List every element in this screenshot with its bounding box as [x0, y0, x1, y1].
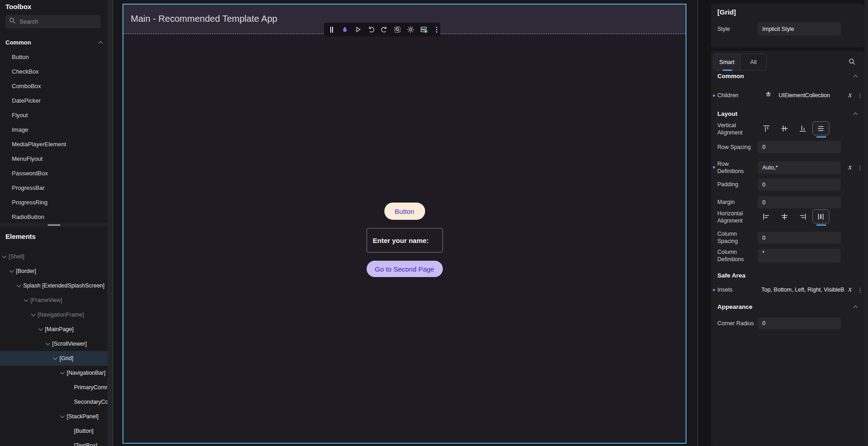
elements-tree: [Shell] [Border] Splash [ExtendedSplashS… — [0, 249, 108, 446]
theme-sun-icon[interactable] — [406, 25, 415, 34]
halign-left-button[interactable] — [758, 209, 775, 223]
toolbox-item-checkbox[interactable]: CheckBox — [0, 64, 108, 79]
vertical-alignment-label: Vertical Alignment — [717, 122, 756, 137]
panel-scrollbar[interactable] — [864, 0, 868, 446]
undo-icon[interactable] — [367, 25, 375, 34]
toolbox-search[interactable] — [5, 15, 101, 28]
toolbox-item-image[interactable]: Image — [0, 123, 108, 137]
canvas-textbox[interactable]: Enter your name: — [367, 228, 443, 253]
chevron-up-icon[interactable] — [853, 306, 858, 310]
halign-center-button[interactable] — [776, 209, 793, 223]
hot-design-flame-icon[interactable] — [340, 25, 349, 34]
corner-radius-input[interactable]: 0 — [758, 317, 841, 329]
chevron-down-icon[interactable] — [24, 297, 29, 302]
valign-stretch-button[interactable] — [812, 121, 829, 135]
row-definitions-label: Row Definitions — [717, 160, 756, 175]
tree-item-secondarycommands[interactable]: SecondaryCo — [0, 395, 108, 409]
property-tabs: Smart All — [713, 54, 767, 70]
tree-item-textbox[interactable]: [TextBox] — [0, 438, 108, 446]
toolbox-item-passwordbox[interactable]: PasswordBox — [0, 166, 108, 181]
chevron-down-icon[interactable] — [60, 370, 65, 375]
chevron-up-icon[interactable] — [98, 41, 103, 45]
markup-extension-icon[interactable]: X — [848, 164, 852, 171]
runtime-status-icon[interactable] — [419, 25, 428, 34]
column-spacing-label: Column Spacing — [717, 230, 756, 245]
halign-right-button[interactable] — [794, 209, 811, 223]
chevron-down-icon[interactable] — [10, 268, 14, 273]
tree-item-shell[interactable]: [Shell] — [0, 249, 108, 264]
left-divider[interactable] — [108, 0, 113, 446]
collection-icon — [765, 91, 772, 100]
column-definitions-input[interactable]: * — [758, 249, 841, 263]
more-icon[interactable]: ⋮ — [432, 25, 441, 34]
splitter-handle[interactable] — [48, 224, 60, 226]
valign-bottom-button[interactable] — [794, 121, 811, 135]
app-title: Main - Recommended Template App — [131, 5, 277, 34]
section-layout: Layout — [717, 110, 737, 117]
toolbox-item-menuflyout[interactable]: MenuFlyout — [0, 152, 108, 166]
markup-extension-icon[interactable]: X — [848, 286, 852, 293]
chevron-down-icon[interactable] — [39, 327, 43, 331]
canvas-goto-second-page-button[interactable]: Go to Second Page — [367, 261, 443, 277]
tree-item-navigationframe[interactable]: [NavigationFrame] — [0, 307, 108, 322]
tree-item-border[interactable]: [Border] — [0, 264, 108, 278]
chevron-down-icon[interactable] — [2, 254, 7, 258]
column-spacing-input[interactable]: 0 — [758, 232, 841, 244]
chevron-down-icon[interactable] — [53, 356, 58, 360]
tab-smart[interactable]: Smart — [714, 54, 740, 70]
toolbox-search-input[interactable] — [20, 18, 88, 25]
chevron-down-icon[interactable] — [46, 341, 50, 346]
valign-center-button[interactable] — [776, 121, 793, 135]
tree-item-primarycommands[interactable]: PrimaryComm — [0, 380, 108, 395]
property-menu-icon[interactable]: ⋮ — [857, 164, 863, 171]
valign-top-button[interactable] — [758, 121, 775, 135]
panel-splitter[interactable] — [0, 223, 108, 227]
drag-handle-icon[interactable] — [327, 25, 336, 34]
toolbox-item-progressring[interactable]: ProgressRing — [0, 195, 108, 210]
toolbox-item-datepicker[interactable]: DatePicker — [0, 94, 108, 108]
tree-item-grid-selected[interactable]: [Grid] — [0, 351, 108, 366]
tree-item-navigationbar[interactable]: [NavigationBar] — [0, 366, 108, 380]
property-menu-icon[interactable]: ⋮ — [857, 287, 863, 293]
tree-item-stackpanel[interactable]: [StackPanel] — [0, 409, 108, 424]
horizontal-alignment-label: Horizontal Alignment — [717, 210, 756, 225]
tree-item-scrollviewer[interactable]: [ScrollViewer] — [0, 337, 108, 351]
row-definitions-input[interactable]: Auto,* — [758, 161, 841, 174]
toolbox-item-mediaplayerelement[interactable]: MediaPlayerElement — [0, 137, 108, 152]
chevron-up-icon[interactable] — [853, 75, 858, 79]
chevron-down-icon[interactable] — [17, 283, 21, 287]
chevron-up-icon[interactable] — [853, 113, 858, 117]
toolbox-item-button[interactable]: Button — [0, 50, 108, 64]
device-frame[interactable]: Main - Recommended Template App — [123, 4, 687, 444]
tree-item-frameview[interactable]: [FrameView] — [0, 293, 108, 307]
play-icon[interactable] — [353, 25, 362, 34]
tree-item-splash[interactable]: Splash [ExtendedSplashScreen] — [0, 278, 108, 293]
element-inspect-icon[interactable] — [393, 25, 402, 34]
children-label: Children — [717, 92, 756, 99]
tree-item-button[interactable]: [Button] — [0, 424, 108, 438]
toolbox-title: Toolbox — [5, 3, 31, 10]
chevron-down-icon[interactable] — [31, 312, 36, 317]
markup-extension-icon[interactable]: X — [848, 92, 852, 99]
property-search-icon[interactable] — [848, 58, 856, 67]
toolbox-item-list: Button CheckBox ComboBox DatePicker Flyo… — [0, 50, 108, 224]
padding-input[interactable]: 0 — [758, 178, 841, 191]
halign-stretch-button[interactable] — [812, 209, 829, 223]
canvas-button[interactable]: Button — [384, 203, 425, 220]
toolbox-item-progressbar[interactable]: ProgressBar — [0, 181, 108, 195]
elements-title: Elements — [5, 233, 36, 240]
redo-icon[interactable] — [380, 25, 388, 34]
toolbox-section-common[interactable]: Common — [5, 38, 102, 46]
tree-item-mainpage[interactable]: [MainPage] — [0, 322, 108, 337]
chevron-down-icon[interactable] — [60, 414, 65, 418]
style-input[interactable]: Implicit Style — [758, 22, 841, 35]
insets-value[interactable]: Top, Bottom, Left, Right, VisibleB — [761, 287, 844, 293]
toolbox-item-combobox[interactable]: ComboBox — [0, 79, 108, 94]
valign-top-icon — [762, 124, 770, 133]
toolbox-item-flyout[interactable]: Flyout — [0, 108, 108, 123]
row-spacing-input[interactable]: 0 — [758, 141, 841, 153]
tab-all[interactable]: All — [740, 54, 766, 70]
property-menu-icon[interactable]: ⋮ — [857, 92, 863, 99]
valign-stretch-icon — [817, 124, 825, 133]
margin-input[interactable]: 0 — [758, 196, 841, 208]
